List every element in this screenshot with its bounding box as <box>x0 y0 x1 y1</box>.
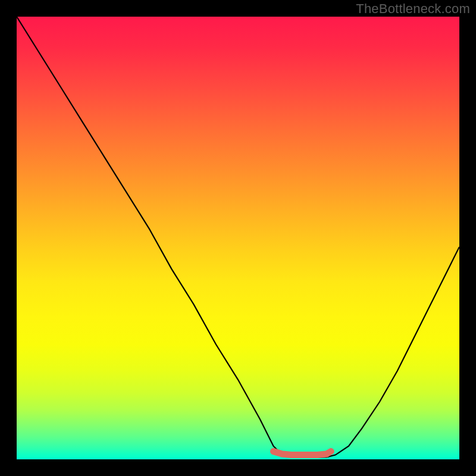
plot-area <box>17 17 459 459</box>
bottleneck-curve <box>17 17 459 457</box>
attribution-label: TheBottleneck.com <box>356 1 470 17</box>
curve-layer <box>17 17 459 459</box>
optimal-band <box>274 452 331 455</box>
chart-frame: TheBottleneck.com <box>0 0 476 476</box>
